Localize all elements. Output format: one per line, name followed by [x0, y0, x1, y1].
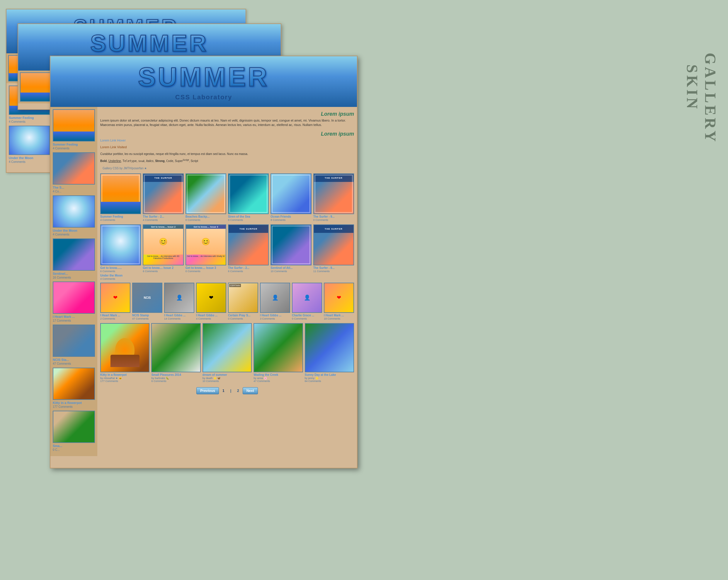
gallery-title-gibbs-1: I Heart Gibbs ... — [164, 314, 194, 317]
gallery-item-gibbs-1[interactable]: 👤 I Heart Gibbs ... 14 Comments — [164, 283, 194, 320]
gallery-item-kitty[interactable]: Kitty in a flowerpot by AlissaRat ★ 🐱177… — [100, 323, 150, 383]
gallery-item-heart-mark-2[interactable]: ❤ I Heart Mark ... 18 Comments — [324, 283, 354, 320]
gallery-item-sentinel[interactable]: Sentinel of Atl... 10 Comments — [270, 224, 311, 272]
gallery-comments-gibbs-1: 14 Comments — [164, 317, 194, 320]
gallery-title-heart-mark-1: I Heart Mark ... — [100, 314, 130, 317]
gallery-title-sunny-day: Sunny Day at the Lake — [305, 373, 354, 377]
gallery-comments-charlie: 0 Comments — [292, 317, 322, 320]
gallery-item-gibbs-3[interactable]: 👤 I Heart Gibbs ... 3 Comments — [260, 283, 290, 320]
gallery-row-3: ❤ I Heart Mark ... 2 Comments NCIS NCIS … — [100, 283, 354, 320]
sidebar-label-ncis: NCIS Sta... — [53, 358, 95, 361]
sidebar-comments-heart: 17 Comments — [53, 319, 95, 322]
gallery-item-dream-summer[interactable]: dream of summer by death 🌟 🦋10 Comments — [203, 323, 252, 383]
gallery-comments-certain-pray: 0 Comments — [228, 317, 258, 320]
sidebar-label-heart: I Heart Mark ... — [53, 315, 95, 319]
gallery-item-beaches[interactable]: Beaches Backp... 0 Comments — [185, 173, 226, 221]
gallery-title-ocean: Ocean Friends — [270, 215, 311, 219]
gallery-item-sunny-day[interactable]: Sunny Day at the Lake by jenny 🌟64 Comme… — [305, 323, 354, 383]
under-moon-title[interactable]: Under the Moon — [100, 274, 141, 277]
gallery-title-kitty: Kitty in a flowerpot — [100, 373, 150, 377]
sidebar-label-sentinel: Sentinel... — [53, 272, 95, 275]
gallery-thumb-wading — [254, 323, 303, 372]
gallery-thumb-gibbs-1: 👤 — [164, 283, 194, 313]
gallery-comments-sentinel: 10 Comments — [270, 270, 311, 273]
gallery-comments-beaches: 0 Comments — [185, 219, 226, 221]
prev-button[interactable]: Previous — [197, 387, 219, 394]
blog-text-2: Curabitur porttitor, leo eu suscipit ege… — [100, 152, 354, 156]
gallery-comments-dream-summer: by death 🌟 🦋10 Comments — [203, 377, 252, 383]
gallery-title-sentinel: Sentinel of Atl... — [270, 266, 311, 270]
sidebar-comments-surfer: 4 Co... — [53, 190, 95, 193]
gallery-item-gibbs-2[interactable]: ❤ I Heart Gibbs ... 4 Comments — [196, 283, 226, 320]
next-button[interactable]: Next — [243, 387, 258, 394]
page-num-2[interactable]: 2 — [235, 388, 241, 394]
gallery-item-get-know-3[interactable]: Get to know.... Issue 3 😊 Get to know...… — [185, 224, 226, 272]
stamp-overlay-6 — [314, 174, 353, 213]
gallery-item-surfer-8[interactable]: THE SURFER The Surfer - 8... 11 Comments — [313, 224, 354, 272]
gallery-thumb-beaches — [185, 173, 226, 214]
gallery-item-charlie[interactable]: 👤 Charlie Grace ... 0 Comments — [292, 283, 322, 320]
gallery-item-siren[interactable]: Siren of the Sea 8 Comments — [228, 173, 269, 221]
gallery-title-dream-summer: dream of summer — [203, 373, 252, 377]
gallery-item-summer-feeling[interactable]: Summer Feeling 4 Comments — [100, 173, 141, 221]
gallery-title-surfer-mag-2: The Surfer - 2... — [228, 266, 269, 270]
gallery-title-summer-feeling: Summer Feeling — [100, 215, 141, 219]
gallery-thumb-get-know-3: Get to know.... Issue 3 😊 Get to know...… — [185, 224, 226, 265]
gallery-comments-surfer-9: 0 Comments — [313, 219, 354, 221]
gallery-comments-heart-mark-2: 18 Comments — [324, 317, 354, 320]
page-num-1[interactable]: 1 — [220, 388, 227, 394]
gallery-item-heart-mark-1[interactable]: ❤ I Heart Mark ... 2 Comments — [100, 283, 130, 320]
mid-header-title: SUMMER — [24, 30, 275, 57]
blog-link-visited: Lorem Link Visited — [100, 145, 354, 149]
gallery-item-ocean[interactable]: Ocean Friends 8 Comments — [270, 173, 311, 221]
pagination: Previous 1 | 2 Next — [100, 383, 354, 399]
sidebar-comments-ncis: 47 Comments — [53, 362, 95, 365]
gallery-thumb-sunny-day — [305, 323, 354, 372]
stamp-overlay-3 — [187, 174, 225, 213]
back-sidebar-comments-1: 4 Comments — [9, 120, 50, 123]
gallery-thumb-dream-summer — [203, 323, 252, 372]
gallery-thumb-siren — [228, 173, 269, 214]
sidebar-comments-sentinel: 16 Comments — [53, 276, 95, 279]
gallery-title-siren: Siren of the Sea — [228, 215, 269, 219]
gallery-thumb-heart-mark-1: ❤ — [100, 283, 130, 313]
gallery-thumb-sentinel — [270, 224, 311, 265]
gallery-item-small-pleasures[interactable]: Small Pleasures 2014 by barbrabz 🐛6 Comm… — [151, 323, 201, 383]
gallery-title-gibbs-2: I Heart Gibbs ... — [196, 314, 226, 317]
gallery-item-wading[interactable]: Wading the Creek by anna 🌸47 Comments — [254, 323, 303, 383]
gallery-thumb-ocean — [270, 173, 311, 214]
gk-face-2: 😊 — [143, 229, 183, 254]
mag-header-bar-3: THE SURFER — [229, 225, 268, 233]
gallery-thumb-gibbs-2: ❤ — [196, 283, 226, 313]
gallery-item-surfer-2[interactable]: THE SURFER The Surfer - 2... 4 Comments — [143, 173, 183, 221]
gallery-item-get-know-2[interactable]: Get to know.... Issue 2 😊 Get to know...… — [143, 224, 183, 272]
gallery-comments-surfer-8: 11 Comments — [313, 270, 354, 273]
sidebar-comments-moon: 4 Comments — [53, 233, 95, 236]
sidebar-label-small: Sma... — [53, 444, 95, 448]
gallery-item-certain-pray[interactable]: CERTAIN Certain Pray S... 0 Comments — [228, 283, 258, 320]
gallery-title-wading: Wading the Creek — [254, 373, 303, 377]
gallery-item-ncis[interactable]: NCIS NCIS Stamp 47 Comments — [132, 283, 162, 320]
stamp-overlay-4 — [229, 174, 267, 213]
side-gallery: GALLERY — [701, 53, 719, 144]
page-separator: | — [228, 388, 234, 394]
gk-text-2: Get to know.... An Interview with 3D Fab… — [143, 254, 183, 260]
sidebar-label-kitty: Kitty in a flowerpot — [53, 401, 95, 405]
gallery-title-surfer-2: The Surfer - 2... — [143, 215, 183, 219]
gallery-item-surfer-9[interactable]: THE SURFER The Surfer - 9... 0 Comments — [313, 173, 354, 221]
main-header-subtitle: CSS Laboratory — [56, 93, 351, 101]
sidebar-comments-kitty: 177 Comments — [53, 405, 95, 408]
gallery-thumb-surfer-8: THE SURFER — [313, 224, 354, 265]
gallery-comments-surfer-2: 4 Comments — [143, 219, 183, 221]
gallery-item-get-know-1[interactable]: Get to know...... 6 Comments — [100, 224, 141, 272]
gallery-comments-kitty: by AlissaRat ★ 🐱177 Comments — [100, 377, 150, 383]
stamp-overlay-8 — [272, 225, 310, 264]
sidebar-thumb-ncis — [53, 325, 95, 357]
gallery-item-surfer-mag-2[interactable]: THE SURFER The Surfer - 2... 6 Comments — [228, 224, 269, 272]
gallery-title-get-know-2: Get to know.... Issue 2 — [143, 266, 183, 270]
sidebar-thumb-summer — [53, 109, 95, 141]
gallery-thumb-summer-feeling — [100, 173, 141, 214]
gallery-row-1: Summer Feeling 4 Comments THE SURFER The… — [100, 173, 354, 221]
main-page: SUMMER CSS Laboratory Summer Feeling 4 C… — [50, 56, 358, 468]
gallery-title-gibbs-3: I Heart Gibbs ... — [260, 314, 290, 317]
